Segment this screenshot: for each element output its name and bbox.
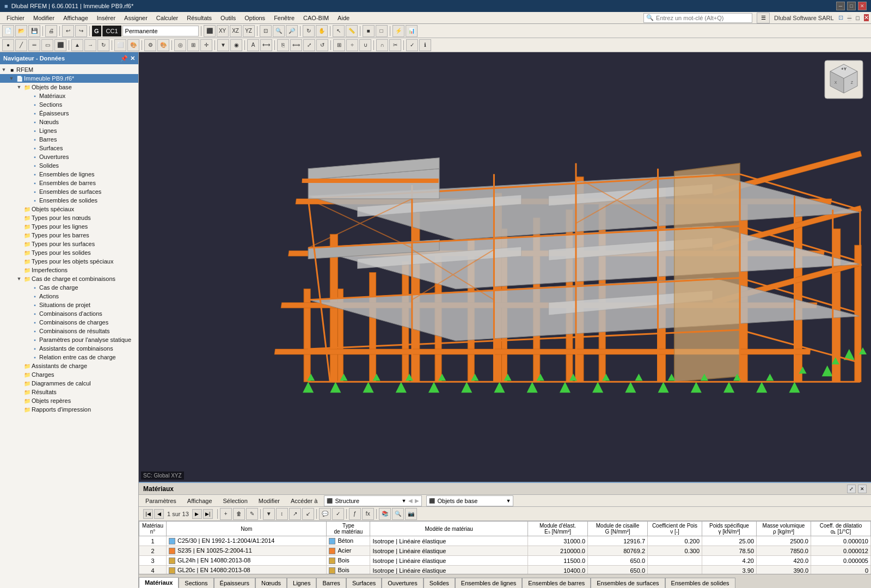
display-settings-button[interactable]: ⚙ [144,39,156,51]
tree-item-ouvertures[interactable]: ▪Ouvertures [0,152,138,161]
rotate-obj-button[interactable]: ↺ [316,39,328,51]
panel-dock-button[interactable]: ⤢ [847,485,856,493]
tree-item-assistants-charge[interactable]: 📁Assistants de charge [0,362,138,370]
zoom-out-button[interactable]: 🔎 [286,25,298,37]
tree-item-materiaux[interactable]: ▪Matériaux [0,91,138,100]
view-3d-button[interactable]: ⬛ [204,25,216,37]
tree-item-surfaces[interactable]: ▪Surfaces [0,144,138,152]
tree-item-ens-solides[interactable]: ▪Ensembles de solides [0,196,138,205]
prev-page-button[interactable]: ◀ [154,509,164,519]
tree-item-cas-charge[interactable]: ▪Cas de charge [0,283,138,292]
viewport[interactable]: +Y X Z SC: Global XYZ [139,52,871,482]
save-button[interactable]: 💾 [28,25,40,37]
move-button[interactable]: ⤢ [303,39,315,51]
tree-item-resultats[interactable]: 📁Résultats [0,388,138,396]
open-button[interactable]: 📂 [15,25,27,37]
tab-lignes[interactable]: Lignes [287,578,316,588]
force-button[interactable]: → [84,39,96,51]
tree-item-epaisseurs[interactable]: ▪Épaisseurs [0,109,138,118]
tree-item-barres[interactable]: ▪Barres [0,135,138,144]
print-button[interactable]: 🖨 [45,25,57,37]
menu-item-modifier[interactable]: Modifier [29,14,59,22]
tab-surfaces[interactable]: Surfaces [346,578,382,588]
info-button[interactable]: ℹ [419,39,431,51]
menu-item-fenêtre[interactable]: Fenêtre [269,14,299,22]
snap-button[interactable]: ◎ [174,39,186,51]
restore-app-button[interactable]: □ [856,15,860,21]
structure-dropdown[interactable]: ⬛ Structure ▼ ◀ ▶ [324,495,422,506]
label-button[interactable]: A [247,39,259,51]
tree-item-cas-charge-combi[interactable]: ▼📁Cas de charge et combinaisons [0,274,138,283]
array-button[interactable]: ⊞ [333,39,345,51]
tab-barres[interactable]: Barres [316,578,346,588]
panel-menu-modifier[interactable]: Modifier [254,497,284,505]
tree-item-combi-actions[interactable]: ▪Combinaisons d'actions [0,309,138,318]
tree-item-combi-resultats[interactable]: ▪Combinaisons de résultats [0,327,138,335]
tab-ensembles-de-barres[interactable]: Ensembles de barres [522,578,591,588]
search-table-button[interactable]: 🔍 [392,508,404,520]
layout-button[interactable]: ⊡ [838,14,843,21]
tab-ensembles-de-surfaces[interactable]: Ensembles de surfaces [591,578,665,588]
grid-button[interactable]: ⊞ [187,39,199,51]
tree-item-types-barres[interactable]: 📁Types pour les barres [0,231,138,240]
tree-item-relation-cas[interactable]: ▪Relation entre cas de charge [0,353,138,362]
table-row[interactable]: 4 GL20c | EN 14080:2013-08 Bois Isotrope… [139,566,871,574]
undo-button[interactable]: ↩ [62,25,74,37]
close-app-button[interactable]: ✕ [864,14,869,21]
menu-item-cao-bim[interactable]: CAO-BIM [299,14,333,22]
check-table-button[interactable]: ✓ [332,508,344,520]
objects-dropdown[interactable]: ⬛ Objets de base ▼ [426,495,513,506]
maximize-button[interactable]: □ [847,2,856,10]
add-row-button[interactable]: + [220,508,232,520]
tree-item-file[interactable]: ▼📄Immeuble PB9.rf6* [0,74,138,83]
view-xz-button[interactable]: XZ [230,25,242,37]
table-row[interactable]: 3 GL24h | EN 14080:2013-08 Bois Isotrope… [139,556,871,566]
intersect-button[interactable]: ∩ [376,39,388,51]
formula-button[interactable]: ƒ [349,508,361,520]
axis-button[interactable]: ✛ [200,39,212,51]
calc-button[interactable]: ⚡ [392,25,404,37]
panel-menu-accéderà[interactable]: Accéder à [286,497,322,505]
menu-item-assigner[interactable]: Assigner [120,14,152,22]
panel-menu-sélection[interactable]: Sélection [219,497,252,505]
view-yz-button[interactable]: YZ [243,25,255,37]
delete-row-button[interactable]: 🗑 [233,508,245,520]
tree-item-rapports[interactable]: 📁Rapports d'impression [0,405,138,414]
sidebar-pin-button[interactable]: 📌 [120,55,128,62]
results-button[interactable]: 📊 [406,25,418,37]
dimension-button[interactable]: ⟷ [260,39,272,51]
tab-solides[interactable]: Solides [424,578,455,588]
isolate-button[interactable]: ◉ [230,39,242,51]
tree-item-types-surfaces[interactable]: 📁Types pour les surfaces [0,240,138,248]
moment-button[interactable]: ↻ [97,39,109,51]
section-assign-button[interactable]: ⬜ [114,39,126,51]
menu-item-insérer[interactable]: Insérer [93,14,120,22]
minimize-app-button[interactable]: ─ [848,15,852,21]
filter-button[interactable]: ▼ [217,39,229,51]
tree-item-obj-speciaux[interactable]: 📁Objets spéciaux [0,205,138,213]
tree-item-base-objects[interactable]: ▼📁Objets de base [0,83,138,91]
menu-item-affichage[interactable]: Affichage [59,14,93,22]
tree-item-types-speciaux[interactable]: 📁Types pour les objets spéciaux [0,257,138,266]
node-button[interactable]: ● [2,39,14,51]
color-button[interactable]: 🎨 [157,39,169,51]
minimize-button[interactable]: ─ [836,2,845,10]
tree-item-sections[interactable]: ▪Sections [0,100,138,109]
tree-item-charges[interactable]: 📁Charges [0,370,138,379]
panel-close-button[interactable]: ✕ [858,485,867,493]
menu-item-fichier[interactable]: Fichier [2,14,29,22]
export-button[interactable]: ↗ [289,508,301,520]
tree-item-ens-barres[interactable]: ▪Ensembles de barres [0,179,138,187]
zoom-in-button[interactable]: 🔍 [273,25,285,37]
view-xy-button[interactable]: XY [217,25,229,37]
menu-item-résultats[interactable]: Résultats [182,14,216,22]
next-page-button[interactable]: ▶ [192,509,202,519]
tab-matériaux[interactable]: Matériaux [139,577,179,588]
menu-item-options[interactable]: Options [240,14,269,22]
tree-item-noeuds[interactable]: ▪Nœuds [0,118,138,126]
menu-options-button[interactable]: ☰ [757,13,770,23]
edit-button[interactable]: ✎ [246,508,258,520]
tree-item-solides[interactable]: ▪Solides [0,161,138,170]
tree-item-types-noeuds[interactable]: 📁Types pour les nœuds [0,213,138,222]
import-button[interactable]: ↙ [302,508,314,520]
